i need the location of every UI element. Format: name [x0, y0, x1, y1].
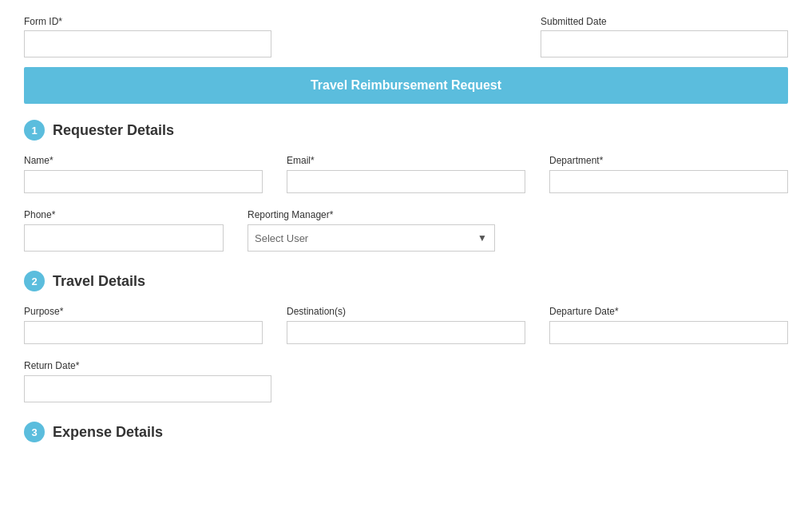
- requester-section-title: Requester Details: [53, 122, 174, 139]
- expense-section: 3 Expense Details: [24, 422, 788, 442]
- email-field: Email*: [287, 155, 525, 193]
- requester-row-2: Phone* Reporting Manager* Select User ▼: [24, 209, 788, 252]
- reporting-manager-label: Reporting Manager*: [248, 209, 495, 220]
- return-date-field: Return Date*: [24, 360, 271, 402]
- phone-input[interactable]: [24, 224, 224, 252]
- placeholder-field: [519, 209, 788, 252]
- department-label: Department*: [549, 155, 788, 166]
- submitted-date-input[interactable]: 05/03/2024: [541, 30, 788, 57]
- travel-placeholder-2: [554, 360, 789, 402]
- travel-section: 2 Travel Details Purpose* Destination(s)…: [24, 271, 788, 402]
- requester-section: 1 Requester Details Name* Email* Departm…: [24, 120, 788, 252]
- destinations-label: Destination(s): [287, 306, 525, 317]
- purpose-label: Purpose*: [24, 306, 263, 317]
- travel-section-header: 2 Travel Details: [24, 271, 788, 291]
- form-id-input[interactable]: [24, 30, 271, 57]
- requester-row-1: Name* Email* Department*: [24, 155, 788, 193]
- form-id-group: Form ID*: [24, 16, 271, 57]
- requester-section-header: 1 Requester Details: [24, 120, 788, 141]
- form-banner: Travel Reimbursement Request: [24, 67, 788, 104]
- select-user-wrapper: Select User ▼: [248, 224, 495, 252]
- travel-row-1: Purpose* Destination(s) Departure Date*: [24, 306, 788, 344]
- reporting-manager-field: Reporting Manager* Select User ▼: [248, 209, 495, 252]
- phone-label: Phone*: [24, 209, 224, 220]
- destinations-field: Destination(s): [287, 306, 525, 344]
- purpose-field: Purpose*: [24, 306, 263, 344]
- name-label: Name*: [24, 155, 263, 166]
- section-number-3: 3: [24, 422, 45, 442]
- submitted-date-group: Submitted Date 05/03/2024: [541, 16, 788, 57]
- destinations-input[interactable]: [287, 321, 525, 344]
- department-input[interactable]: [549, 170, 788, 193]
- expense-section-title: Expense Details: [53, 424, 163, 441]
- departure-date-label: Departure Date*: [549, 306, 788, 317]
- travel-placeholder-1: [295, 360, 530, 402]
- travel-section-title: Travel Details: [53, 273, 145, 290]
- name-input[interactable]: [24, 170, 263, 193]
- section-number-1: 1: [24, 120, 45, 141]
- departure-date-field: Departure Date*: [549, 306, 788, 344]
- banner-title: Travel Reimbursement Request: [311, 78, 501, 92]
- email-label: Email*: [287, 155, 525, 166]
- travel-row-2: Return Date*: [24, 360, 788, 402]
- form-id-label: Form ID*: [24, 16, 271, 27]
- name-field: Name*: [24, 155, 263, 193]
- departure-date-input[interactable]: [549, 321, 788, 344]
- purpose-input[interactable]: [24, 321, 263, 344]
- phone-field: Phone*: [24, 209, 224, 252]
- submitted-date-label: Submitted Date: [541, 16, 788, 27]
- top-fields-row: Form ID* Submitted Date 05/03/2024: [24, 16, 788, 57]
- email-input[interactable]: [287, 170, 525, 193]
- expense-section-header: 3 Expense Details: [24, 422, 788, 442]
- department-field: Department*: [549, 155, 788, 193]
- return-date-input[interactable]: [24, 375, 271, 402]
- section-number-2: 2: [24, 271, 45, 291]
- reporting-manager-select[interactable]: Select User: [248, 224, 495, 252]
- return-date-label: Return Date*: [24, 360, 271, 371]
